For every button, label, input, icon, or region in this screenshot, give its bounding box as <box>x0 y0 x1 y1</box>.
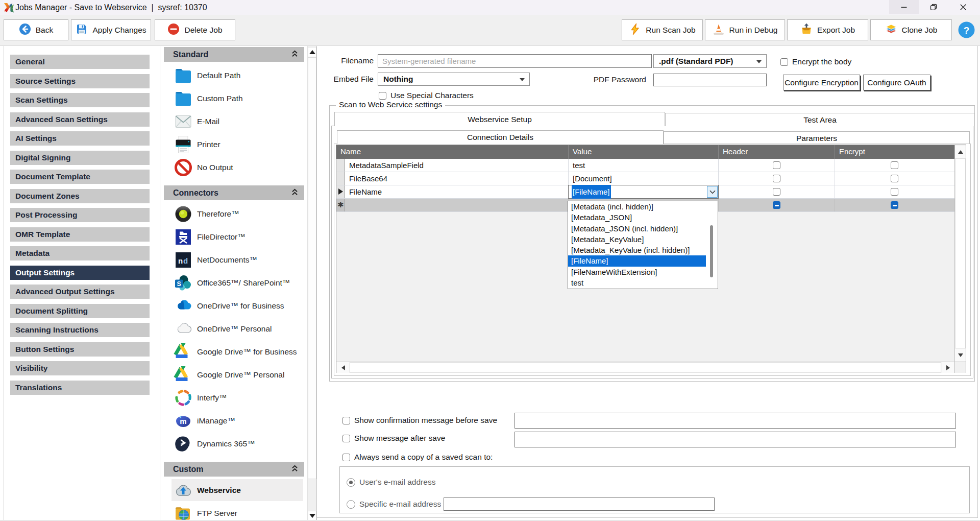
specific-email-radio[interactable]: Specific e-mail address <box>347 500 441 509</box>
section-header-standard[interactable]: Standard <box>164 47 304 62</box>
tab-parameters[interactable]: Parameters <box>664 131 970 145</box>
sidebar-item[interactable]: Document Splitting <box>10 304 150 318</box>
cell-value-editing[interactable]: [FileName] <box>569 185 719 198</box>
grid-vscrollbar-thumb[interactable] <box>955 158 966 348</box>
grid-scroll-down-button[interactable] <box>955 349 966 361</box>
grid-row[interactable]: MetadataSampleField test <box>336 159 954 172</box>
sidebar-item[interactable]: Metadata <box>10 246 150 260</box>
sidebar-item[interactable]: Advanced Output Settings <box>10 285 150 299</box>
clone-job-button[interactable]: Clone Job <box>870 19 952 40</box>
editor-selected-text[interactable]: [FileName] <box>572 185 611 199</box>
connector-item[interactable]: Dynamics 365™ <box>160 432 307 455</box>
dropdown-option[interactable]: [Metadata_JSON (incl. hidden)] <box>568 223 718 234</box>
after-save-message-input[interactable] <box>514 432 956 447</box>
cell-name[interactable]: MetadataSampleField <box>345 159 569 172</box>
connector-item[interactable]: Printer <box>160 133 307 156</box>
show-confirmation-checkbox[interactable]: Show confirmation message before save <box>342 417 497 425</box>
checkbox-icon[interactable] <box>342 454 350 461</box>
editor-dropdown-button[interactable] <box>707 186 718 198</box>
dropdown-option[interactable]: [Metadata (incl. hidden)] <box>568 201 718 212</box>
checkbox-icon[interactable] <box>780 58 788 66</box>
connector-item[interactable]: OneDrive™ for Business <box>160 294 307 317</box>
sidebar-item[interactable]: Button Settings <box>10 342 150 357</box>
sidebar-item[interactable]: Document Template <box>10 170 150 184</box>
scrollbar-thumb[interactable] <box>308 57 316 479</box>
grid-scroll-right-button[interactable] <box>942 362 954 373</box>
tab-test-area[interactable]: Test Area <box>665 113 975 126</box>
connector-item[interactable]: No Output <box>160 156 307 179</box>
sidebar-item[interactable]: Output Settings <box>10 266 150 280</box>
column-header-name[interactable]: Name <box>336 145 569 159</box>
radio-selected-icon[interactable] <box>347 478 355 487</box>
grid-vertical-scrollbar[interactable] <box>954 145 966 362</box>
use-special-characters-checkbox[interactable]: Use Special Characters <box>379 92 474 100</box>
sidebar-item[interactable]: Source Settings <box>10 74 150 88</box>
apply-changes-button[interactable]: Apply Changes <box>71 19 151 40</box>
configure-encryption-button[interactable]: Configure Encryption <box>783 75 860 90</box>
connector-item[interactable]: Webservice <box>160 479 307 502</box>
connector-item[interactable]: Google Drive™ Personal <box>160 363 307 386</box>
show-message-after-save-checkbox[interactable]: Show message after save <box>342 435 445 443</box>
confirmation-message-input[interactable] <box>514 413 956 429</box>
header-checkbox[interactable] <box>773 188 780 196</box>
grid-hscrollbar-thumb[interactable] <box>350 362 941 373</box>
dropdown-scrollbar-thumb[interactable] <box>710 225 713 277</box>
column-header-header[interactable]: Header <box>719 145 835 159</box>
encrypt-checkbox[interactable] <box>891 175 898 182</box>
delete-job-button[interactable]: Delete Job <box>155 19 235 40</box>
connector-item[interactable]: FTP Server <box>160 502 307 520</box>
scroll-down-button[interactable] <box>308 511 316 520</box>
tab-connection-details[interactable]: Connection Details <box>337 130 664 144</box>
run-in-debug-button[interactable]: Run in Debug <box>705 19 785 40</box>
help-button[interactable]: ? <box>958 21 975 38</box>
column-header-encrypt[interactable]: Encrypt <box>835 145 954 159</box>
connector-item[interactable]: OneDrive™ Personal <box>160 317 307 340</box>
encrypt-checkbox[interactable] <box>891 161 898 169</box>
sidebar-item[interactable]: Translations <box>10 381 150 395</box>
radio-unselected-icon[interactable] <box>347 500 355 509</box>
encrypt-checkbox[interactable] <box>891 188 898 196</box>
close-button[interactable] <box>948 0 978 14</box>
dropdown-option[interactable]: [Metadata_JSON] <box>568 212 718 223</box>
embed-file-select[interactable]: Nothing <box>378 73 530 86</box>
grid-scroll-up-button[interactable] <box>955 146 966 158</box>
connector-item[interactable]: nd NetDocuments™ <box>160 248 307 271</box>
collapse-chevrons-icon[interactable] <box>291 465 298 474</box>
back-button[interactable]: Back <box>4 19 68 40</box>
sidebar-item[interactable]: Post Processing <box>10 208 150 222</box>
cell-name[interactable] <box>345 199 569 211</box>
grid-row[interactable]: FileBase64 [Document] <box>336 172 954 185</box>
dropdown-option[interactable]: test <box>568 277 718 288</box>
sidebar-item[interactable]: AI Settings <box>10 131 150 146</box>
sidebar-item[interactable]: Scan Settings <box>10 93 150 107</box>
configure-oauth-button[interactable]: Configure OAuth <box>863 75 930 90</box>
header-checkbox[interactable] <box>773 201 780 209</box>
run-scan-job-button[interactable]: Run Scan Job <box>622 19 703 40</box>
column-header-value[interactable]: Value <box>569 145 719 159</box>
section-header-custom[interactable]: Custom <box>164 462 304 477</box>
minimize-button[interactable] <box>889 0 919 14</box>
file-format-select[interactable]: .pdf (Standard PDF) <box>653 54 767 68</box>
cell-value[interactable]: test <box>569 159 719 172</box>
sidebar-item[interactable]: General <box>10 55 150 69</box>
dropdown-option[interactable]: [FileName] <box>568 255 706 266</box>
connector-item[interactable]: E-Mail <box>160 110 307 133</box>
users-email-radio[interactable]: User's e-mail address <box>347 478 435 487</box>
collapse-chevrons-icon[interactable] <box>291 50 298 59</box>
cell-name[interactable]: FileBase64 <box>345 172 569 185</box>
sidebar-item[interactable]: Visibility <box>10 361 150 375</box>
header-checkbox[interactable] <box>773 161 780 169</box>
cell-name[interactable]: FileName <box>345 185 569 198</box>
encrypt-body-checkbox[interactable]: Encrypt the body <box>780 58 851 66</box>
specific-email-input[interactable] <box>444 498 715 511</box>
connector-item[interactable]: Therefore™ <box>160 202 307 225</box>
grid-horizontal-scrollbar[interactable] <box>336 362 954 373</box>
dropdown-option[interactable]: [Metadata_KeyValue (incl. hidden)] <box>568 245 718 255</box>
checkbox-icon[interactable] <box>342 417 350 424</box>
filename-input[interactable]: System-generated filename <box>378 54 652 68</box>
connector-item[interactable]: m iManage™ <box>160 409 307 432</box>
connector-item[interactable]: FileDirector™ <box>160 225 307 248</box>
sidebar-item[interactable]: OMR Template <box>10 227 150 242</box>
value-editor[interactable]: [FileName] <box>568 185 719 199</box>
connector-item[interactable]: S Office365™/ SharePoint™ <box>160 271 307 294</box>
